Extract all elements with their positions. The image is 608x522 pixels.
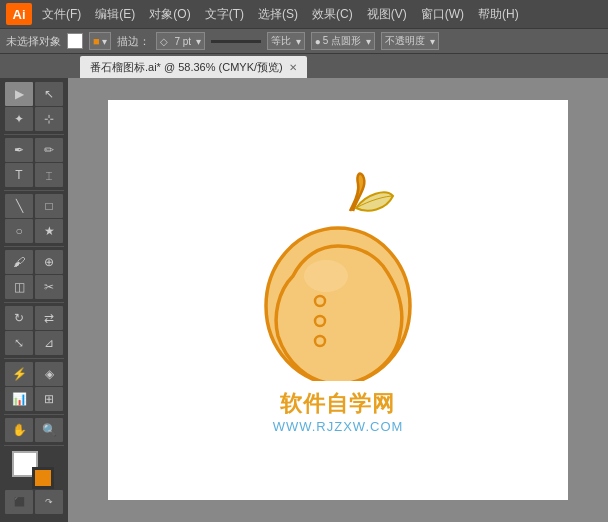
watermark-area: 软件自学网 WWW.RJZXW.COM — [273, 389, 404, 434]
menu-view[interactable]: 视图(V) — [361, 4, 413, 25]
hand-tool[interactable]: ✋ — [5, 418, 33, 442]
menu-object[interactable]: 对象(O) — [143, 4, 196, 25]
tool-row-transform2: ⤡ ⊿ — [5, 331, 63, 355]
title-bar: Ai 文件(F) 编辑(E) 对象(O) 文字(T) 选择(S) 效果(C) 视… — [0, 0, 608, 28]
star-tool[interactable]: ★ — [35, 219, 63, 243]
rect-tool[interactable]: □ — [35, 194, 63, 218]
tab-filename: 番石榴图标.ai* @ 58.36% (CMYK/预览) — [90, 60, 283, 75]
mesh-tool[interactable]: ⊞ — [35, 387, 63, 411]
tool-divider-3 — [4, 246, 64, 247]
toolbar: ▶ ↖ ✦ ⊹ ✒ ✏ T ⌶ ╲ □ ○ ★ 🖌 ⊕ ◫ — [0, 78, 68, 522]
stroke-preview — [211, 40, 261, 43]
selection-tool[interactable]: ▶ — [5, 82, 33, 106]
options-bar: 未选择对象 ■▾ 描边： ◇ 7 pt ▾ 等比 ▾ ● 5 点圆形 ▾ 不透明… — [0, 28, 608, 54]
lasso-tool[interactable]: ⊹ — [35, 107, 63, 131]
zoom-tool[interactable]: 🔍 — [35, 418, 63, 442]
pen-tool[interactable]: ✒ — [5, 138, 33, 162]
paintbrush-tool[interactable]: 🖌 — [5, 250, 33, 274]
ellipse-tool[interactable]: ○ — [5, 219, 33, 243]
tool-row-shape: ╲ □ — [5, 194, 63, 218]
site-url: WWW.RJZXW.COM — [273, 419, 404, 434]
site-name: 软件自学网 — [273, 389, 404, 419]
tool-row-draw: ✒ ✏ — [5, 138, 63, 162]
tool-row-special: ⚡ ◈ — [5, 362, 63, 386]
svg-point-1 — [304, 260, 348, 292]
type-tool[interactable]: T — [5, 163, 33, 187]
canvas-area: 软件自学网 WWW.RJZXW.COM — [68, 78, 608, 522]
menu-bar: 文件(F) 编辑(E) 对象(O) 文字(T) 选择(S) 效果(C) 视图(V… — [36, 4, 525, 25]
equal-dropdown[interactable]: 等比 ▾ — [267, 32, 305, 50]
tool-row-type: T ⌶ — [5, 163, 63, 187]
reflect-tool[interactable]: ⇄ — [35, 306, 63, 330]
fruit-illustration — [238, 166, 438, 381]
menu-select[interactable]: 选择(S) — [252, 4, 304, 25]
selection-label: 未选择对象 — [6, 34, 61, 49]
tool-divider-1 — [4, 134, 64, 135]
tool-row-transform: ↻ ⇄ — [5, 306, 63, 330]
vertical-type-tool[interactable]: ⌶ — [35, 163, 63, 187]
menu-window[interactable]: 窗口(W) — [415, 4, 470, 25]
blob-brush-tool[interactable]: ⊕ — [35, 250, 63, 274]
brush-shape-dropdown[interactable]: ● 5 点圆形 ▾ — [311, 32, 375, 50]
ai-logo: Ai — [6, 3, 32, 25]
main-area: ▶ ↖ ✦ ⊹ ✒ ✏ T ⌶ ╲ □ ○ ★ 🖌 ⊕ ◫ — [0, 78, 608, 522]
fill-color-swatch[interactable] — [67, 33, 83, 49]
fill-dropdown[interactable]: ■▾ — [89, 32, 111, 50]
stroke-weight-dropdown[interactable]: ◇ 7 pt ▾ — [156, 32, 205, 50]
pencil-tool[interactable]: ✏ — [35, 138, 63, 162]
scale-tool[interactable]: ⤡ — [5, 331, 33, 355]
menu-text[interactable]: 文字(T) — [199, 4, 250, 25]
scissors-tool[interactable]: ✂ — [35, 275, 63, 299]
tool-divider-2 — [4, 190, 64, 191]
tool-row-shape2: ○ ★ — [5, 219, 63, 243]
free-transform-tool[interactable]: ◈ — [35, 362, 63, 386]
line-tool[interactable]: ╲ — [5, 194, 33, 218]
stroke-swatch[interactable] — [32, 467, 54, 489]
change-screen-mode[interactable]: ⬛ — [5, 490, 33, 514]
tool-row-graph: 📊 ⊞ — [5, 387, 63, 411]
tab-bar: 番石榴图标.ai* @ 58.36% (CMYK/预览) ✕ — [0, 54, 608, 78]
tool-row-pen: ✦ ⊹ — [5, 107, 63, 131]
direct-selection-tool[interactable]: ↖ — [35, 82, 63, 106]
shear-tool[interactable]: ⊿ — [35, 331, 63, 355]
warp-tool[interactable]: ⚡ — [5, 362, 33, 386]
tool-row-arrows: ▶ ↖ — [5, 82, 63, 106]
tool-divider-6 — [4, 414, 64, 415]
menu-edit[interactable]: 编辑(E) — [89, 4, 141, 25]
toggle-mode[interactable]: ↷ — [35, 490, 63, 514]
tab-close-button[interactable]: ✕ — [289, 62, 297, 73]
tool-divider-4 — [4, 302, 64, 303]
tool-row-navigation: ✋ 🔍 — [5, 418, 63, 442]
eraser-tool[interactable]: ◫ — [5, 275, 33, 299]
magic-wand-tool[interactable]: ✦ — [5, 107, 33, 131]
menu-help[interactable]: 帮助(H) — [472, 4, 525, 25]
tool-row-bottom: ⬛ ↷ — [5, 490, 63, 514]
tool-divider-7 — [4, 445, 64, 446]
canvas-page: 软件自学网 WWW.RJZXW.COM — [108, 100, 568, 500]
file-tab[interactable]: 番石榴图标.ai* @ 58.36% (CMYK/预览) ✕ — [80, 56, 307, 78]
graph-tool[interactable]: 📊 — [5, 387, 33, 411]
color-swatch-area — [12, 451, 56, 489]
menu-effect[interactable]: 效果(C) — [306, 4, 359, 25]
tool-row-erase: ◫ ✂ — [5, 275, 63, 299]
tool-divider-5 — [4, 358, 64, 359]
menu-file[interactable]: 文件(F) — [36, 4, 87, 25]
opacity-dropdown[interactable]: 不透明度 ▾ — [381, 32, 439, 50]
tool-row-paint: 🖌 ⊕ — [5, 250, 63, 274]
rotate-tool[interactable]: ↻ — [5, 306, 33, 330]
stroke-label: 描边： — [117, 34, 150, 49]
